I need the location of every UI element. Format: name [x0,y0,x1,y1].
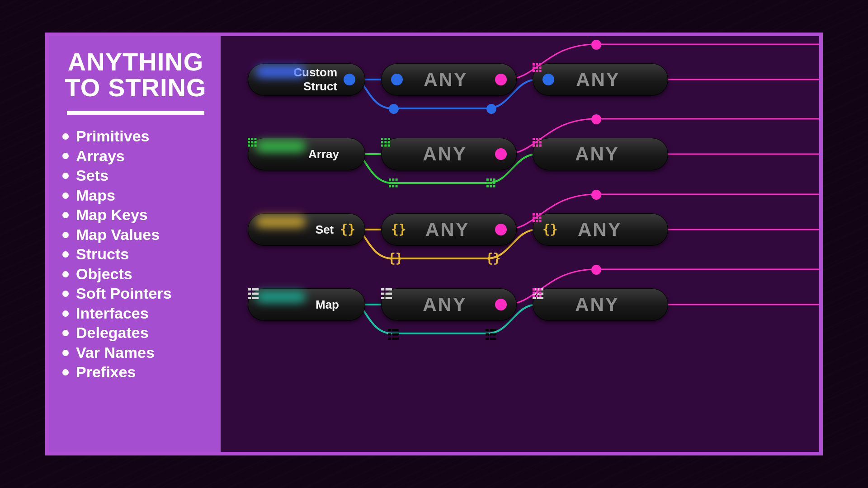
svg-rect-96 [533,295,535,297]
main-frame: ANYTHING TO STRING Primitives Arrays Set… [45,33,823,455]
svg-rect-67 [536,216,538,219]
svg-rect-64 [536,213,538,216]
array-pin-icon[interactable] [389,178,399,188]
svg-rect-91 [536,288,538,291]
svg-rect-73 [252,288,259,291]
any-node[interactable]: {} ANY [381,213,517,246]
array-pin-icon[interactable] [648,75,658,84]
source-node-struct[interactable]: Custom Struct [248,63,365,96]
svg-rect-57 [486,182,489,184]
any-label: ANY [552,143,648,165]
svg-rect-15 [248,145,250,147]
struct-pin-icon[interactable] [486,104,496,114]
svg-rect-104 [392,338,399,340]
svg-rect-68 [539,216,542,219]
exec-pin-icon[interactable] [591,190,601,200]
array-pin-icon[interactable] [391,149,401,159]
source-node-map[interactable]: Map [248,288,365,321]
map-pin-icon[interactable] [345,300,355,310]
any-label: ANY [406,219,495,240]
svg-rect-110 [490,338,496,340]
any-node[interactable]: ANY [533,138,668,170]
any-node[interactable]: {} ANY [533,213,668,246]
svg-rect-42 [533,145,535,147]
svg-rect-23 [388,141,390,143]
exec-pin-icon[interactable] [495,74,507,85]
set-pin-icon[interactable]: {} [340,223,355,236]
set-pin-icon[interactable]: {} [388,252,403,265]
set-pin-icon[interactable]: {} [542,223,558,236]
svg-rect-107 [486,333,489,336]
title-line-2: TO STRING [65,73,207,102]
map-pin-icon[interactable] [542,300,552,310]
node-glow [256,141,306,152]
any-label: ANY [401,294,495,315]
svg-rect-55 [490,178,492,181]
svg-rect-98 [539,295,542,297]
exec-pin-icon[interactable] [495,224,507,235]
exec-pin-icon[interactable] [495,299,507,310]
struct-pin-icon[interactable] [542,74,554,85]
struct-pin-icon[interactable] [389,104,399,114]
exec-pin-icon[interactable] [591,265,601,275]
exec-pin-icon[interactable] [495,148,507,160]
struct-pin-icon[interactable] [391,74,403,85]
svg-rect-99 [388,329,391,331]
array-pin-icon[interactable] [648,225,658,235]
source-node-array[interactable]: Array [248,138,365,170]
array-pin-icon[interactable] [345,149,355,159]
map-pin-icon[interactable] [391,300,401,310]
svg-rect-22 [384,141,387,143]
svg-rect-102 [392,333,399,336]
array-pin-icon[interactable] [648,300,658,310]
exec-pin-icon[interactable] [591,40,601,50]
array-pin-icon[interactable] [486,178,496,188]
any-node[interactable]: ANY [381,138,517,170]
svg-rect-11 [255,138,257,140]
svg-rect-106 [490,329,496,331]
set-pin-icon[interactable]: {} [391,223,406,236]
svg-rect-58 [490,182,492,184]
svg-rect-49 [392,182,394,184]
svg-rect-40 [536,141,538,143]
svg-rect-48 [389,182,391,184]
feature-item: Soft Pointers [62,284,209,304]
feature-item: Objects [62,264,209,284]
svg-rect-100 [392,329,399,331]
any-node[interactable]: ANY [381,288,517,321]
svg-rect-20 [388,138,390,140]
svg-rect-12 [248,141,250,143]
map-pin-icon[interactable] [388,329,398,339]
svg-rect-80 [381,293,384,295]
svg-rect-61 [490,185,492,188]
svg-rect-36 [533,138,535,140]
exec-pin-icon[interactable] [591,114,601,124]
svg-rect-26 [388,145,390,147]
source-node-set[interactable]: Set {} [248,213,365,246]
node-graph-canvas[interactable]: Custom Struct ANY ANY Array [221,36,819,452]
set-pin-icon[interactable]: {} [486,252,501,265]
svg-rect-81 [386,293,392,295]
title-underline [67,111,204,115]
map-pin-icon[interactable] [486,329,495,339]
array-pin-icon[interactable] [542,149,552,159]
svg-rect-10 [251,138,253,140]
array-pin-icon[interactable] [648,149,658,159]
svg-rect-51 [389,185,391,188]
any-label: ANY [554,69,648,90]
svg-rect-60 [486,185,489,188]
svg-rect-63 [533,213,535,216]
feature-item: Sets [62,166,209,186]
any-node[interactable]: ANY [533,288,668,321]
svg-rect-18 [381,138,383,140]
svg-rect-19 [384,138,387,140]
struct-pin-icon[interactable] [344,74,355,85]
feature-item: Map Keys [62,205,209,225]
svg-rect-44 [539,145,542,147]
any-node[interactable]: ANY [533,63,668,96]
product-title: ANYTHING TO STRING [62,49,209,100]
svg-rect-9 [248,138,250,140]
any-node[interactable]: ANY [381,63,517,96]
svg-rect-74 [248,293,251,295]
svg-rect-1 [536,63,538,66]
